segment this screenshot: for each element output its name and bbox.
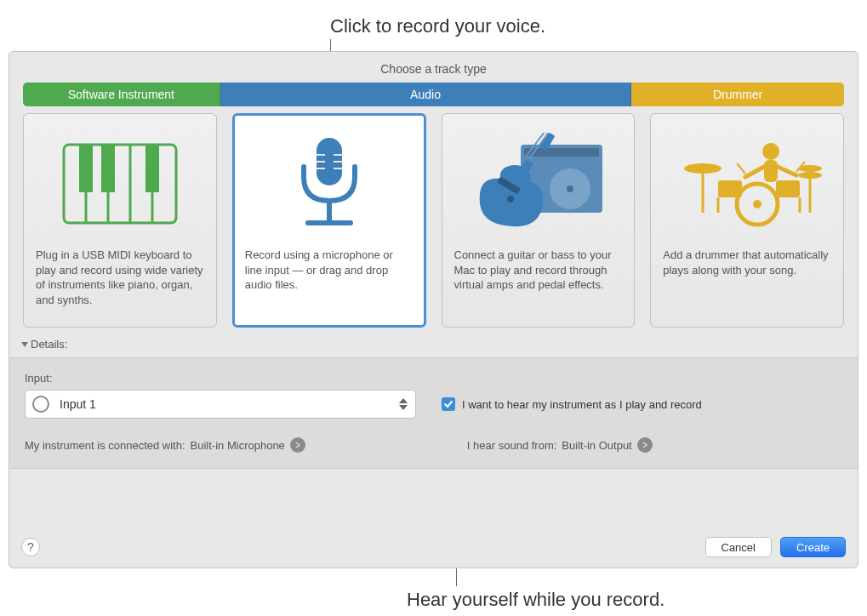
svg-line-30 [778,167,796,175]
track-type-dialog: Choose a track type Software Instrument … [9,51,858,568]
tab-drummer[interactable]: Drummer [631,83,844,106]
svg-rect-7 [145,145,159,192]
output-prefix: I hear sound from: [467,439,557,452]
card-audio-guitar-desc: Connect a guitar or bass to your Mac to … [454,248,623,293]
monitor-checkbox[interactable] [442,397,455,411]
input-connection-nav[interactable] [290,437,305,453]
svg-point-39 [753,200,761,208]
track-type-cards: Plug in a USB MIDI keyboard to play and … [9,106,858,328]
svg-point-25 [507,196,514,202]
monitor-checkbox-row[interactable]: I want to hear my instrument as I play a… [442,397,702,411]
connection-value: Built-in Microphone [191,439,285,452]
input-connection-info: My instrument is connected with: Built-i… [25,437,305,453]
connection-prefix: My instrument is connected with: [25,439,185,452]
select-arrows-icon [396,396,410,413]
help-button[interactable]: ? [21,538,40,556]
output-connection-info: I hear sound from: Built-in Output [467,437,653,453]
svg-line-29 [745,167,764,177]
tab-software-instrument[interactable]: Software Instrument [23,83,220,106]
guitar-amp-icon [454,126,623,241]
card-drummer[interactable]: Add a drummer that automatically plays a… [650,113,844,328]
svg-rect-6 [101,145,115,192]
svg-rect-5 [79,145,93,192]
svg-marker-45 [399,405,408,410]
input-label: Input: [25,372,842,385]
details-label: Details: [31,338,67,351]
card-software-instrument[interactable]: Plug in a USB MIDI keyboard to play and … [23,113,217,328]
svg-point-27 [762,143,779,160]
input-value: Input 1 [60,397,96,411]
microphone-icon [245,126,414,241]
keyboard-icon [36,126,204,241]
card-audio-mic-desc: Record using a microphone or line input … [245,248,414,293]
card-drummer-desc: Add a drummer that automatically plays a… [663,248,831,277]
tab-audio[interactable]: Audio [220,83,632,106]
create-button[interactable]: Create [780,537,846,557]
output-connection-nav[interactable] [637,437,653,453]
output-value: Built-in Output [562,439,631,452]
svg-rect-28 [764,160,778,182]
details-panel: Input: Input 1 I want to hear my instrum… [9,357,858,469]
card-audio-guitar[interactable]: Connect a guitar or bass to your Mac to … [442,113,636,328]
card-audio-mic[interactable]: Record using a microphone or line input … [232,113,426,328]
svg-rect-37 [776,180,800,197]
details-toggle[interactable]: Details: [9,328,858,354]
svg-line-42 [737,163,745,174]
dialog-title: Choose a track type [9,52,858,83]
cancel-button[interactable]: Cancel [705,537,772,557]
dialog-footer: ? Cancel Create [9,527,858,568]
card-software-desc: Plug in a USB MIDI keyboard to play and … [36,248,204,307]
input-channel-icon [32,396,49,413]
callout-bottom-text: Hear yourself while you record. [407,589,665,611]
svg-point-20 [567,185,573,192]
svg-marker-44 [399,398,408,403]
callout-top-text: Click to record your voice. [330,15,545,37]
monitor-checkbox-label: I want to hear my instrument as I play a… [462,398,702,411]
drummer-icon [663,126,831,241]
chevron-down-icon [21,342,28,347]
input-select[interactable]: Input 1 [25,390,416,419]
track-type-tabs: Software Instrument Audio Drummer [9,83,858,106]
